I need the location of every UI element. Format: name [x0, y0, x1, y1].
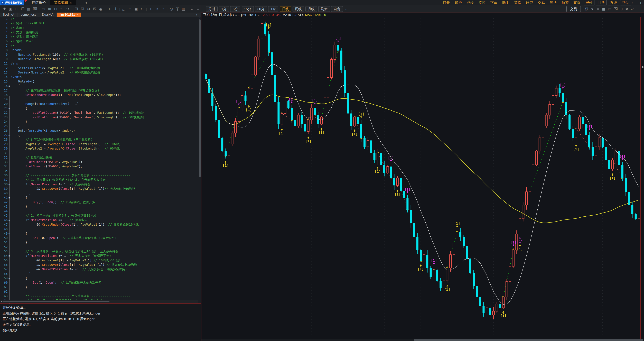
delete-chart-icon[interactable]: ⌧ [614, 7, 617, 11]
target-icon[interactable]: ◎ [168, 7, 174, 11]
rights-icon[interactable]: 权 [585, 6, 588, 11]
collapse-icon[interactable]: ⊟ [52, 7, 59, 11]
cut-icon[interactable]: ▭ [40, 7, 46, 11]
period-button-1时[interactable]: 1时 [268, 6, 278, 12]
close-tab-icon[interactable]: × [76, 13, 78, 16]
editor-vertical-scrollbar[interactable]: ▲ [198, 17, 201, 312]
tab-more-button[interactable]: ··· [76, 0, 83, 6]
save-icon[interactable]: ▤ [26, 7, 32, 11]
close-chart-icon[interactable]: ⊠ [625, 7, 628, 11]
redo-icon[interactable]: ↷ [65, 7, 71, 11]
swap-icon[interactable]: ▣ [133, 7, 139, 11]
new-file-icon[interactable]: ▣ [8, 7, 14, 11]
zoom-out-icon[interactable]: ⊖ [160, 7, 166, 11]
scroll-left-icon[interactable]: ◀ [0, 300, 2, 303]
menu-item-报价[interactable]: 报价 [584, 0, 594, 6]
more-icon[interactable]: ⋯ [637, 7, 640, 11]
menu-item-下单[interactable]: 下单 [488, 0, 500, 5]
scrollbar-thumb[interactable] [414, 339, 643, 341]
editor-tab-demo_test[interactable]: demo_test [18, 12, 39, 17]
menu-item-交易[interactable]: 交易 [536, 0, 547, 5]
minimize-button[interactable]: — [635, 1, 638, 4]
trade-button[interactable]: 交易 [566, 6, 581, 12]
editor-tab-scroll-icon[interactable]: › [196, 12, 197, 17]
forward-icon[interactable]: → [195, 7, 201, 11]
grid-layout-icon[interactable]: ▦ [602, 7, 606, 11]
menu-item-打开[interactable]: 打开 [440, 0, 452, 5]
compile-icon[interactable]: ☑ [73, 7, 80, 11]
add-block-icon[interactable]: ⊞ [46, 7, 52, 11]
compile-all-icon[interactable]: ☑ [80, 7, 86, 11]
select-region-icon[interactable]: ⬚ [121, 7, 127, 11]
scroll-up-icon[interactable]: ▲ [198, 17, 201, 19]
period-button-刷新[interactable]: 刷新 [318, 6, 330, 12]
code-text: ) [11, 227, 31, 231]
menu-item-账户[interactable]: 账户 [452, 0, 464, 5]
zoom-in-icon[interactable]: ⊕ [154, 7, 160, 11]
step-out-icon[interactable]: ⤴ [112, 7, 118, 11]
menu-item-助手[interactable]: 助手 [500, 0, 512, 5]
tab-add-button[interactable]: + [83, 0, 90, 6]
settings-icon[interactable]: ⬡ [620, 7, 623, 11]
menu-item-登录[interactable]: 登录 [464, 0, 476, 5]
menu-item-算法[interactable]: 算法 [547, 0, 559, 5]
menu-item-研究[interactable]: 研究 [524, 0, 536, 5]
menu-item-直播[interactable]: 直播 [571, 0, 583, 5]
period-button-周线[interactable]: 周线 [292, 6, 304, 12]
open-folder-icon[interactable]: ❐ [20, 7, 26, 11]
tab-overflow-icon[interactable]: › [632, 1, 633, 4]
period-button-自定[interactable]: 自定 [331, 6, 343, 12]
period-button-月线[interactable]: 月线 [306, 6, 317, 12]
period-button-30分[interactable]: 30分 [255, 6, 267, 12]
menu-item-回放[interactable]: 回放 [596, 0, 607, 6]
main-tab-策略编辑[interactable]: 策略编辑× [50, 0, 76, 6]
step-into-icon[interactable]: ⤵ [106, 7, 112, 11]
uncheck-icon[interactable]: ☒ [92, 7, 98, 11]
period-button-1分[interactable]: 1分 [219, 6, 229, 12]
close-symbol-icon[interactable]: × [235, 14, 237, 16]
period-button-日线[interactable]: 日线 [280, 6, 291, 12]
new-strategy-icon[interactable]: ✚ [1, 7, 8, 11]
menu-item-监控[interactable]: 监控 [476, 0, 488, 5]
line-number: 25 [0, 124, 8, 128]
editor-tab-jimi101811[interactable]: jimi101811× [57, 12, 81, 17]
editor-tab-DualMA[interactable]: DualMA [39, 12, 57, 17]
app-logo: ◐ 开拓者量化平台 [0, 0, 24, 6]
window-layout-icon[interactable]: ▭ [608, 7, 611, 11]
maximize-button[interactable]: ▢ [640, 1, 643, 5]
undo-icon[interactable]: ↶ [59, 7, 65, 11]
candlestick-chart[interactable] [202, 17, 644, 339]
record-icon[interactable]: ◉ [98, 7, 104, 11]
period-button-5分[interactable]: 5分 [230, 6, 240, 12]
indicator-settings-icon[interactable]: ≡ [596, 7, 600, 11]
compare-icon[interactable]: ▥ [180, 7, 187, 11]
open-file-icon[interactable]: ❏ [14, 7, 20, 11]
scrollbar-thumb[interactable] [199, 19, 200, 177]
period-button-分时[interactable]: 分时 [206, 6, 218, 12]
close-strategy-icon[interactable]: × [258, 14, 260, 16]
fullscreen-icon[interactable]: ⤢ [631, 7, 634, 11]
main-tab-行情报价[interactable]: 行情报价 [28, 0, 50, 6]
menu-item-预警[interactable]: 预警 [559, 0, 571, 5]
back-icon[interactable]: ← [189, 7, 195, 11]
line-number: 46 [0, 218, 8, 222]
period-more-button[interactable]: ··· [345, 7, 349, 11]
menu-item-系统[interactable]: 系统 [608, 0, 619, 6]
delete-icon[interactable]: ⌧ [32, 7, 38, 11]
chart-horizontal-scrollbar[interactable] [202, 339, 644, 341]
editor-tab-liveline[interactable]: liveline* [0, 12, 18, 17]
disable-icon[interactable]: ⊘ [86, 7, 92, 11]
editor-horizontal-scrollbar[interactable]: ◀ [0, 300, 198, 303]
zoom-region-out-icon[interactable]: ⊖ [139, 7, 145, 11]
menu-item-策略[interactable]: 策略 [512, 0, 524, 5]
zoom-region-in-icon[interactable]: ⊕ [127, 7, 133, 11]
period-button-15分[interactable]: 15分 [242, 6, 254, 12]
code-editor[interactable]: 1//-------------------------------------… [0, 17, 198, 305]
menu-item-帮助[interactable]: 帮助 [620, 0, 631, 6]
info-icon[interactable]: ⓘ [174, 6, 180, 11]
scrollbar-thumb[interactable] [2, 300, 110, 302]
code-line: 50 Sell(0, Open); // 以当前K线开盘价平多 (0表示全平) [0, 236, 198, 240]
close-tab-icon[interactable]: × [70, 1, 72, 4]
draw-icon[interactable]: ✎ [590, 7, 594, 11]
text-tool-icon[interactable]: T [148, 7, 154, 11]
